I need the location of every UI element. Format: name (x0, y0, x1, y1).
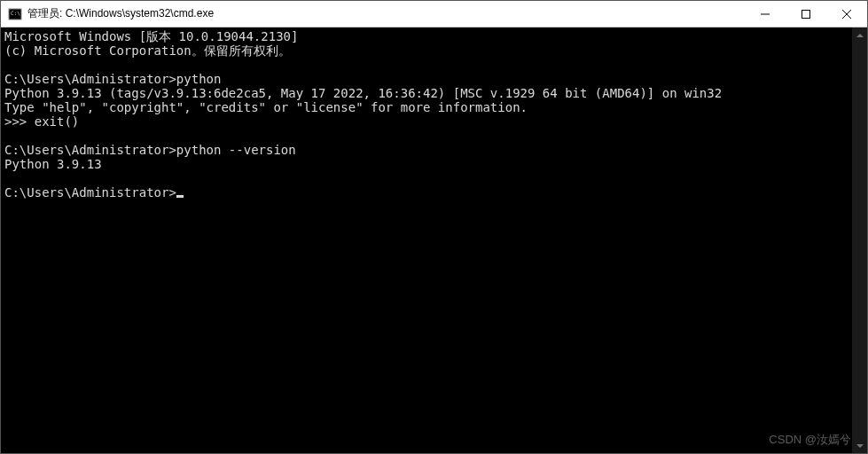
terminal-line (4, 129, 848, 143)
cursor (176, 195, 184, 198)
window-controls (745, 1, 867, 27)
terminal-line (4, 171, 848, 185)
scroll-track[interactable] (852, 43, 867, 438)
cmd-icon: C:\ (8, 7, 22, 21)
scroll-up-icon[interactable] (852, 27, 867, 43)
svg-marker-6 (856, 34, 864, 37)
maximize-button[interactable] (786, 1, 826, 27)
titlebar[interactable]: C:\ 管理员: C:\Windows\system32\cmd.exe (1, 1, 867, 27)
terminal-line: Python 3.9.13 (4, 157, 848, 171)
close-button[interactable] (826, 1, 867, 27)
scrollbar[interactable] (852, 27, 867, 453)
terminal-line: >>> exit() (4, 114, 848, 129)
terminal-line: C:\Users\Administrator>python (4, 72, 848, 86)
terminal-line: Microsoft Windows [版本 10.0.19044.2130] (4, 29, 848, 43)
svg-text:C:\: C:\ (11, 10, 20, 16)
scroll-down-icon[interactable] (852, 438, 867, 453)
terminal-content[interactable]: Microsoft Windows [版本 10.0.19044.2130](c… (1, 27, 852, 453)
terminal-line (4, 58, 848, 72)
minimize-button[interactable] (745, 1, 786, 27)
window-title: 管理员: C:\Windows\system32\cmd.exe (27, 6, 745, 21)
terminal-body: Microsoft Windows [版本 10.0.19044.2130](c… (1, 27, 867, 453)
terminal-line: C:\Users\Administrator> (4, 185, 848, 200)
svg-rect-3 (802, 10, 810, 18)
terminal-line: (c) Microsoft Corporation。保留所有权利。 (4, 43, 848, 58)
svg-marker-7 (856, 444, 864, 448)
terminal-line: Type "help", "copyright", "credits" or "… (4, 100, 848, 114)
cmd-window: C:\ 管理员: C:\Windows\system32\cmd.exe Mic… (0, 0, 868, 454)
terminal-line: C:\Users\Administrator>python --version (4, 143, 848, 157)
terminal-line: Python 3.9.13 (tags/v3.9.13:6de2ca5, May… (4, 86, 848, 100)
